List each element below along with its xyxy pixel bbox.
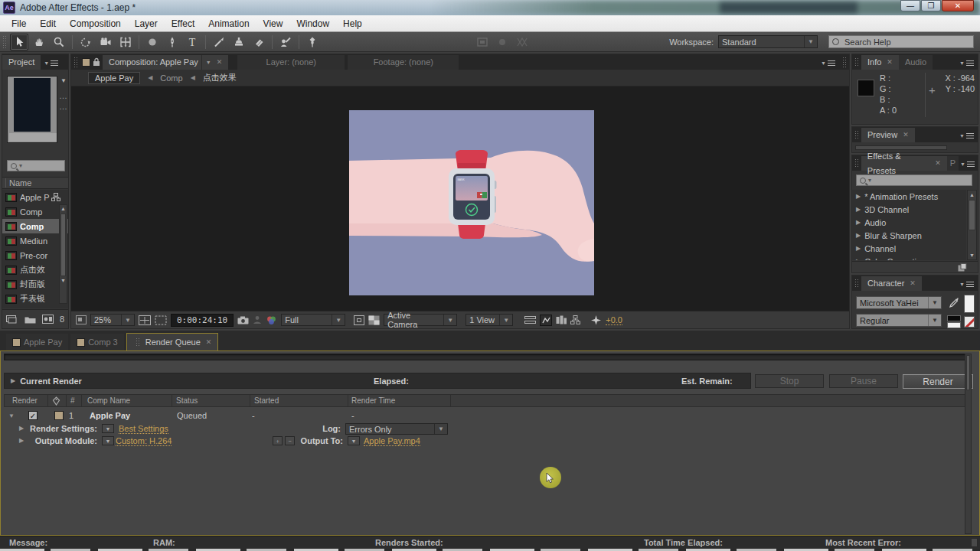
tab-timeline-comp3[interactable]: Comp 3 <box>70 334 124 350</box>
menu-window[interactable]: Window <box>289 15 336 32</box>
scroll-up-icon[interactable]: ▲ <box>60 205 67 213</box>
resolution-dropdown[interactable]: Full▼ <box>281 314 345 326</box>
col-status[interactable]: Status <box>176 396 198 405</box>
comp-flowchart-button[interactable] <box>540 315 552 326</box>
panel-grip[interactable] <box>74 57 78 67</box>
menu-help[interactable]: Help <box>336 15 369 32</box>
effects-panel-menu[interactable]: ▼ <box>960 161 975 167</box>
region-of-interest-icon[interactable] <box>155 315 167 325</box>
log-dropdown[interactable]: Errors Only▼ <box>345 423 448 435</box>
tab-footage[interactable]: Footage: (none) <box>348 55 459 70</box>
scrollbar-thumb[interactable] <box>966 355 970 390</box>
pan-behind-tool-icon[interactable] <box>116 34 135 51</box>
search-help-box[interactable] <box>828 35 974 48</box>
exposure-value[interactable]: +0.0 <box>606 315 622 325</box>
title-bar[interactable]: Ae Adobe After Effects - 1.aep * — ❐ ✕ <box>0 0 980 15</box>
output-to-link[interactable]: Apple Pay.mp4 <box>364 436 420 446</box>
timeline-button-icon[interactable] <box>524 315 536 325</box>
close-tab-icon[interactable]: ✕ <box>217 55 223 70</box>
panel-grip[interactable] <box>854 57 859 67</box>
info-panel-menu[interactable]: ▼ <box>959 60 974 66</box>
pen-tool-icon[interactable] <box>163 34 181 51</box>
menu-file[interactable]: File <box>5 15 33 32</box>
effects-category[interactable]: ▶Channel <box>852 242 966 255</box>
character-panel-menu[interactable]: ▼ <box>959 282 974 287</box>
close-tab-icon[interactable]: ✕ <box>935 156 941 171</box>
menu-animation[interactable]: Animation <box>201 15 256 32</box>
close-tab-icon[interactable]: ✕ <box>910 276 916 291</box>
menu-layer[interactable]: Layer <box>128 15 165 32</box>
twirl-icon[interactable]: ▶ <box>856 193 861 200</box>
eraser-tool-icon[interactable] <box>250 34 268 51</box>
effects-search-box[interactable]: ▾ <box>856 174 972 186</box>
project-name-column-header[interactable]: Name <box>2 177 68 189</box>
always-preview-icon[interactable] <box>76 315 87 324</box>
col-render-time[interactable]: Render Time <box>351 396 395 405</box>
safe-margins-icon[interactable] <box>139 315 151 325</box>
project-search-box[interactable]: ▾ <box>7 160 65 171</box>
panel-grip[interactable] <box>854 279 859 289</box>
new-folder-icon[interactable] <box>24 315 36 324</box>
viewer-panel-menu[interactable]: ▼ <box>821 60 835 66</box>
effects-category-clipped[interactable]: ▶Color Correction <box>852 255 966 260</box>
magnification-dropdown[interactable]: 25%▼ <box>90 314 135 326</box>
render-item-checkbox[interactable]: ✓ <box>28 411 38 420</box>
col-number[interactable]: # <box>70 396 75 405</box>
timecode-display[interactable]: 0:00:24:10 <box>171 314 234 327</box>
effects-category[interactable]: ▶* Animation Presets <box>852 190 966 203</box>
effects-category[interactable]: ▶Blur & Sharpen <box>852 229 966 242</box>
stroke-black-swatch[interactable] <box>947 315 961 321</box>
transparency-grid-icon[interactable] <box>368 315 380 325</box>
output-to-dropdown-icon[interactable]: ▼ <box>348 436 360 445</box>
twirl-icon[interactable]: ▶ <box>856 206 861 213</box>
scroll-down-icon[interactable]: ▼ <box>60 277 67 285</box>
effects-category[interactable]: ▶3D Channel <box>852 203 966 216</box>
tab-effects-presets[interactable]: Effects & Presets✕ <box>861 156 947 171</box>
search-help-input[interactable] <box>843 37 958 47</box>
col-comp-name[interactable]: Comp Name <box>87 396 130 405</box>
project-item-clipped[interactable] <box>2 306 68 308</box>
chevron-down-icon[interactable]: ▼ <box>201 55 211 70</box>
brush-tool-icon[interactable] <box>210 34 228 51</box>
project-item[interactable]: Apple P <box>2 190 68 204</box>
rotation-tool-icon[interactable] <box>77 34 95 51</box>
restore-button[interactable]: ❐ <box>921 0 941 11</box>
render-queue-scrollbar[interactable] <box>965 354 972 534</box>
fill-color-swatch[interactable] <box>964 295 975 313</box>
minimize-button[interactable]: — <box>900 0 920 11</box>
new-animation-preset-icon[interactable] <box>958 263 967 272</box>
font-style-dropdown[interactable]: Regular▼ <box>856 314 942 327</box>
preview-panel-menu[interactable]: ▼ <box>959 133 974 139</box>
effects-scrollbar[interactable]: ▲ ▼ <box>967 190 977 260</box>
scroll-down-icon[interactable]: ▼ <box>968 251 976 259</box>
menu-effect[interactable]: Effect <box>165 15 201 32</box>
render-settings-dropdown-icon[interactable]: ▼ <box>102 424 114 433</box>
twirl-icon[interactable]: ▶ <box>856 258 861 260</box>
panel-grip[interactable] <box>136 337 140 347</box>
roto-brush-tool-icon[interactable] <box>276 34 295 51</box>
tab-project[interactable]: Project <box>2 55 41 70</box>
panel-grip[interactable] <box>842 57 847 67</box>
stroke-white-swatch[interactable] <box>947 322 961 328</box>
thumbnail-collapse-icon[interactable]: ▼ <box>60 77 67 84</box>
close-tab-icon[interactable]: ✕ <box>206 334 212 351</box>
remove-output-module-button[interactable]: − <box>285 436 295 445</box>
scroll-up-icon[interactable]: ▲ <box>968 191 976 199</box>
font-family-dropdown[interactable]: Microsoft YaHei▼ <box>856 296 942 309</box>
zoom-tool-icon[interactable] <box>50 34 68 51</box>
twirl-icon[interactable]: ▶ <box>856 245 861 252</box>
camera-tool-icon[interactable] <box>96 34 115 51</box>
tab-render-queue[interactable]: Render Queue ✕ <box>126 333 219 350</box>
bit-depth-label[interactable]: 8 <box>60 315 64 324</box>
snapshot-camera-icon[interactable] <box>237 316 249 324</box>
close-tab-icon[interactable]: ✕ <box>887 55 893 70</box>
target-region-icon[interactable] <box>354 315 364 325</box>
clone-stamp-tool-icon[interactable] <box>230 34 248 51</box>
selection-tool-icon[interactable] <box>10 34 28 51</box>
menu-view[interactable]: View <box>256 15 290 32</box>
effects-category[interactable]: ▶Audio <box>852 216 966 229</box>
hand-tool-icon[interactable] <box>30 34 48 51</box>
close-button[interactable]: ✕ <box>942 0 974 11</box>
project-panel-menu[interactable]: ▼ <box>44 60 58 66</box>
show-snapshot-icon[interactable] <box>253 315 262 324</box>
